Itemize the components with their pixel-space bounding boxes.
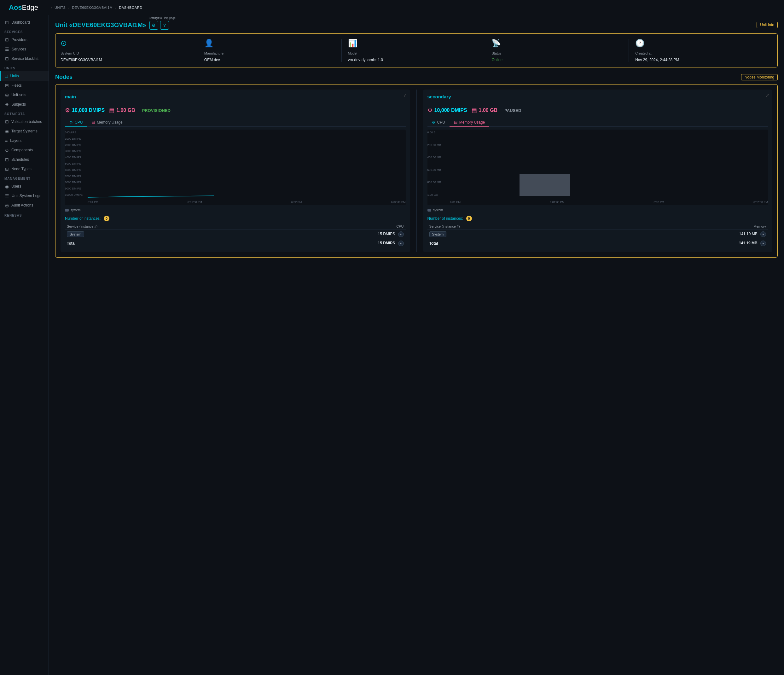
- breadcrumb-units[interactable]: UNITS: [54, 6, 66, 9]
- cpu-icon-secondary: ⚙: [428, 107, 432, 114]
- sidebar-item-service-blacklist[interactable]: ⊡ Service blacklist: [0, 54, 48, 63]
- units-icon: □: [5, 73, 8, 78]
- system-uid-icon: ⊙: [61, 39, 191, 48]
- node-stats-main: ⚙ 10,000 DMIPS ▤ 1.00 GB PROVISIONED: [65, 107, 406, 114]
- chart-y-labels-secondary: 1.00 GB 800.00 MB 600.00 MB 400.00 MB 20…: [428, 129, 449, 198]
- mem-tab-icon-secondary: ▤: [454, 120, 457, 124]
- sidebar-item-dashboard[interactable]: ⊡ Dashboard: [0, 18, 48, 27]
- sidebar-section-services: SERVICES: [0, 27, 48, 35]
- mem-value-secondary: 1.00 GB: [479, 107, 498, 113]
- chart-x-labels-secondary: 6:01 PM 6:01:30 PM 6:02 PM 6:02:30 PM: [450, 199, 768, 205]
- service-tag: System: [67, 232, 84, 237]
- chart-area-secondary: 1.00 GB 800.00 MB 600.00 MB 400.00 MB 20…: [428, 129, 768, 205]
- info-model: 📊 Model vm-dev-dynamic: 1.0: [342, 39, 485, 62]
- mem-tab-label-main: Memory Usage: [97, 120, 122, 124]
- layers-icon: ≡: [5, 138, 8, 143]
- mem-icon-secondary: ▤: [471, 107, 477, 114]
- instances-label-secondary: Number of instances:: [428, 216, 463, 221]
- sidebar-item-components[interactable]: ⊙ Components: [0, 145, 48, 155]
- table-col1-secondary: Service (instance #): [428, 223, 607, 230]
- table-row-total: Total 15 DMIPS ●: [65, 239, 406, 248]
- chart-tabs-main: ⚙ CPU ▤ Memory Usage: [65, 118, 406, 127]
- sidebar-item-schedules[interactable]: ⊡ Schedules: [0, 155, 48, 164]
- node-name-secondary: secondary: [428, 94, 451, 99]
- tab-mem-main[interactable]: ▤ Memory Usage: [87, 118, 127, 127]
- sidebar-item-label: Units: [10, 74, 19, 78]
- sidebar-item-audit-actions[interactable]: ◎ Audit Actions: [0, 201, 48, 210]
- unit-info-card: ⊙ System UID DEVE60EKG3GVBAI1M 👤 Manufac…: [55, 33, 778, 67]
- chart-legend-main: system: [65, 208, 406, 213]
- table-col2-secondary: Memory: [607, 223, 768, 230]
- settings-button[interactable]: ⚙: [149, 21, 158, 30]
- page-title: Unit «DEVE60EKG3GVBAI1M»: [55, 22, 146, 29]
- instances-badge-main: 0: [104, 216, 109, 221]
- sidebar-item-label: Service blacklist: [11, 56, 39, 61]
- chart-tabs-secondary: ⚙ CPU ▤ Memory Usage: [428, 118, 768, 127]
- mem-chart-svg-secondary: [450, 129, 768, 198]
- sidebar-item-validation-batches[interactable]: ⊞ Validation batches: [0, 117, 48, 126]
- chart-legend-secondary: system: [428, 208, 768, 213]
- sidebar-item-users[interactable]: ◉ Users: [0, 182, 48, 191]
- audit-actions-icon: ◎: [5, 203, 9, 208]
- system-uid-label: System UID: [61, 51, 191, 55]
- cpu-chart-svg-main: [88, 129, 406, 198]
- sidebar-item-subjects[interactable]: ⊕ Subjects: [0, 100, 48, 109]
- total-info-btn[interactable]: ●: [398, 241, 404, 246]
- tab-mem-secondary[interactable]: ▤ Memory Usage: [450, 118, 489, 127]
- unit-system-logs-icon: ☰: [5, 193, 9, 198]
- cpu-tab-icon-secondary: ⚙: [432, 120, 436, 124]
- sidebar-item-label: Node Types: [11, 167, 31, 171]
- sidebar-item-node-types[interactable]: ⊞ Node Types: [0, 164, 48, 174]
- nodes-monitoring-label: Nodes Monitoring: [741, 74, 778, 80]
- table-row-total: Total 141.19 MB ●: [428, 239, 768, 248]
- service-tag: System: [429, 232, 447, 237]
- cpu-tab-icon-main: ⚙: [69, 120, 73, 124]
- page-header: Unit «DEVE60EKG3GVBAI1M» Settings ⚙ Link…: [55, 20, 778, 30]
- unit-info-label: Unit Info: [757, 22, 778, 28]
- tab-cpu-secondary[interactable]: ⚙ CPU: [428, 118, 450, 127]
- status-main: PROVISIONED: [142, 108, 171, 113]
- sidebar-item-fleets[interactable]: ⊟ Fleets: [0, 81, 48, 90]
- service-blacklist-icon: ⊡: [5, 56, 9, 61]
- services-icon: ☰: [5, 47, 9, 52]
- sidebar-item-label: Services: [12, 47, 26, 51]
- info-status: 📡 Status Online: [485, 39, 629, 62]
- sidebar-item-layers[interactable]: ≡ Layers: [0, 136, 48, 145]
- node-types-icon: ⊞: [5, 166, 9, 171]
- sidebar-item-label: Unit System Logs: [12, 194, 41, 198]
- created-at-label: Created at: [635, 51, 766, 55]
- total-info-btn[interactable]: ●: [761, 241, 766, 246]
- renesas-logo: RENESAS: [0, 210, 48, 221]
- sidebar-item-providers[interactable]: ⊞ Providers: [0, 35, 48, 44]
- sidebar-item-target-systems[interactable]: ◉ Target Systems: [0, 126, 48, 136]
- expand-main-icon[interactable]: ⤢: [403, 93, 407, 98]
- chart-area-main: 10000 DMIPS 9000 DMIPS 8000 DMIPS 7000 D…: [65, 129, 406, 205]
- sidebar-item-unit-system-logs[interactable]: ☰ Unit System Logs: [0, 191, 48, 201]
- sidebar-item-label: Providers: [11, 37, 27, 42]
- service-info-btn[interactable]: ●: [761, 232, 766, 237]
- manufacturer-label: Manufacturer: [204, 51, 335, 55]
- legend-label-secondary: system: [433, 208, 443, 212]
- service-info-btn[interactable]: ●: [398, 232, 404, 237]
- sidebar-item-services[interactable]: ☰ Services: [0, 44, 48, 54]
- expand-secondary-icon[interactable]: ⤢: [765, 93, 769, 98]
- sidebar-item-unit-sets[interactable]: ◎ Unit-sets: [0, 90, 48, 100]
- sidebar-item-label: Unit-sets: [11, 93, 26, 97]
- help-button[interactable]: ?: [160, 21, 169, 30]
- sidebar-item-label: Validation batches: [11, 120, 42, 124]
- tab-cpu-main[interactable]: ⚙ CPU: [65, 118, 87, 127]
- nodes-header: Nodes Nodes Monitoring: [55, 74, 778, 80]
- cpu-value-main: 10,000 DMIPS: [72, 107, 105, 113]
- instances-section-secondary: Number of instances: 0: [428, 216, 768, 221]
- sidebar-item-units[interactable]: □ Units: [0, 71, 48, 81]
- dashboard-icon: ⊡: [5, 20, 9, 25]
- sidebar-item-label: Components: [11, 148, 33, 152]
- status-value: Online: [492, 58, 622, 62]
- providers-icon: ⊞: [5, 37, 9, 42]
- legend-dot-secondary: [428, 209, 431, 212]
- info-system-uid: ⊙ System UID DEVE60EKG3GVBAI1M: [61, 39, 198, 62]
- mem-icon-main: ▤: [109, 107, 114, 114]
- breadcrumb-unit-id[interactable]: DEVE60EKG3GVBAI1M: [72, 6, 112, 9]
- app-header: AosEdge › UNITS › DEVE60EKG3GVBAI1M › DA…: [0, 0, 784, 15]
- sidebar-item-label: Schedules: [11, 157, 29, 162]
